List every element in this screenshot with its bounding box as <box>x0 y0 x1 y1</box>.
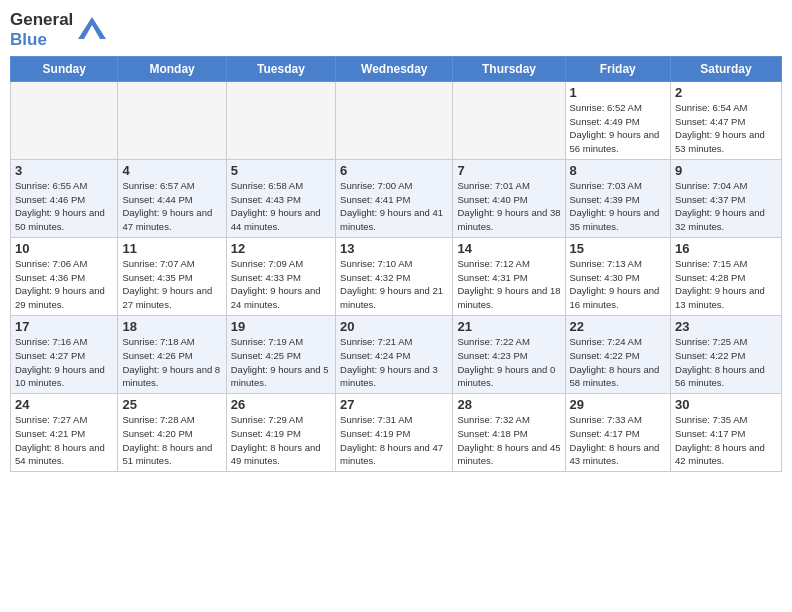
calendar-day: 5Sunrise: 6:58 AMSunset: 4:43 PMDaylight… <box>226 159 335 237</box>
calendar-day: 29Sunrise: 7:33 AMSunset: 4:17 PMDayligh… <box>565 394 671 472</box>
weekday-header: Tuesday <box>226 56 335 81</box>
day-info: Sunrise: 7:22 AMSunset: 4:23 PMDaylight:… <box>457 336 555 388</box>
day-number: 13 <box>340 241 448 256</box>
day-info: Sunrise: 7:06 AMSunset: 4:36 PMDaylight:… <box>15 258 105 310</box>
day-number: 19 <box>231 319 331 334</box>
weekday-header: Saturday <box>671 56 782 81</box>
day-info: Sunrise: 6:57 AMSunset: 4:44 PMDaylight:… <box>122 180 212 232</box>
day-info: Sunrise: 7:12 AMSunset: 4:31 PMDaylight:… <box>457 258 560 310</box>
day-number: 3 <box>15 163 113 178</box>
day-number: 4 <box>122 163 221 178</box>
weekday-header: Friday <box>565 56 671 81</box>
day-number: 14 <box>457 241 560 256</box>
logo-icon <box>78 17 106 43</box>
day-info: Sunrise: 6:52 AMSunset: 4:49 PMDaylight:… <box>570 102 660 154</box>
calendar-day: 14Sunrise: 7:12 AMSunset: 4:31 PMDayligh… <box>453 237 565 315</box>
day-info: Sunrise: 7:35 AMSunset: 4:17 PMDaylight:… <box>675 414 765 466</box>
calendar-day: 19Sunrise: 7:19 AMSunset: 4:25 PMDayligh… <box>226 315 335 393</box>
calendar-day: 22Sunrise: 7:24 AMSunset: 4:22 PMDayligh… <box>565 315 671 393</box>
day-info: Sunrise: 7:28 AMSunset: 4:20 PMDaylight:… <box>122 414 212 466</box>
weekday-header: Sunday <box>11 56 118 81</box>
day-number: 15 <box>570 241 667 256</box>
day-number: 9 <box>675 163 777 178</box>
day-info: Sunrise: 7:01 AMSunset: 4:40 PMDaylight:… <box>457 180 560 232</box>
calendar-day: 9Sunrise: 7:04 AMSunset: 4:37 PMDaylight… <box>671 159 782 237</box>
calendar-day: 12Sunrise: 7:09 AMSunset: 4:33 PMDayligh… <box>226 237 335 315</box>
day-number: 22 <box>570 319 667 334</box>
day-number: 21 <box>457 319 560 334</box>
empty-cell <box>118 81 226 159</box>
day-number: 2 <box>675 85 777 100</box>
calendar-day: 6Sunrise: 7:00 AMSunset: 4:41 PMDaylight… <box>336 159 453 237</box>
calendar-day: 21Sunrise: 7:22 AMSunset: 4:23 PMDayligh… <box>453 315 565 393</box>
day-info: Sunrise: 7:07 AMSunset: 4:35 PMDaylight:… <box>122 258 212 310</box>
day-number: 23 <box>675 319 777 334</box>
calendar-day: 20Sunrise: 7:21 AMSunset: 4:24 PMDayligh… <box>336 315 453 393</box>
calendar-day: 23Sunrise: 7:25 AMSunset: 4:22 PMDayligh… <box>671 315 782 393</box>
calendar-day: 7Sunrise: 7:01 AMSunset: 4:40 PMDaylight… <box>453 159 565 237</box>
calendar-day: 8Sunrise: 7:03 AMSunset: 4:39 PMDaylight… <box>565 159 671 237</box>
day-info: Sunrise: 6:55 AMSunset: 4:46 PMDaylight:… <box>15 180 105 232</box>
day-info: Sunrise: 7:21 AMSunset: 4:24 PMDaylight:… <box>340 336 438 388</box>
day-number: 20 <box>340 319 448 334</box>
day-number: 26 <box>231 397 331 412</box>
day-info: Sunrise: 7:04 AMSunset: 4:37 PMDaylight:… <box>675 180 765 232</box>
calendar-day: 15Sunrise: 7:13 AMSunset: 4:30 PMDayligh… <box>565 237 671 315</box>
calendar-day: 25Sunrise: 7:28 AMSunset: 4:20 PMDayligh… <box>118 394 226 472</box>
calendar-day: 16Sunrise: 7:15 AMSunset: 4:28 PMDayligh… <box>671 237 782 315</box>
calendar-day: 3Sunrise: 6:55 AMSunset: 4:46 PMDaylight… <box>11 159 118 237</box>
calendar-day: 27Sunrise: 7:31 AMSunset: 4:19 PMDayligh… <box>336 394 453 472</box>
empty-cell <box>226 81 335 159</box>
day-number: 18 <box>122 319 221 334</box>
day-info: Sunrise: 7:00 AMSunset: 4:41 PMDaylight:… <box>340 180 443 232</box>
calendar-day: 13Sunrise: 7:10 AMSunset: 4:32 PMDayligh… <box>336 237 453 315</box>
calendar-day: 28Sunrise: 7:32 AMSunset: 4:18 PMDayligh… <box>453 394 565 472</box>
day-info: Sunrise: 7:29 AMSunset: 4:19 PMDaylight:… <box>231 414 321 466</box>
day-number: 24 <box>15 397 113 412</box>
day-number: 7 <box>457 163 560 178</box>
day-number: 5 <box>231 163 331 178</box>
day-info: Sunrise: 6:54 AMSunset: 4:47 PMDaylight:… <box>675 102 765 154</box>
day-info: Sunrise: 7:25 AMSunset: 4:22 PMDaylight:… <box>675 336 765 388</box>
empty-cell <box>453 81 565 159</box>
day-info: Sunrise: 7:33 AMSunset: 4:17 PMDaylight:… <box>570 414 660 466</box>
day-info: Sunrise: 7:10 AMSunset: 4:32 PMDaylight:… <box>340 258 443 310</box>
calendar-day: 11Sunrise: 7:07 AMSunset: 4:35 PMDayligh… <box>118 237 226 315</box>
day-info: Sunrise: 7:24 AMSunset: 4:22 PMDaylight:… <box>570 336 660 388</box>
day-info: Sunrise: 7:15 AMSunset: 4:28 PMDaylight:… <box>675 258 765 310</box>
logo: General Blue <box>10 10 106 51</box>
day-info: Sunrise: 7:32 AMSunset: 4:18 PMDaylight:… <box>457 414 560 466</box>
day-number: 25 <box>122 397 221 412</box>
calendar: SundayMondayTuesdayWednesdayThursdayFrid… <box>10 56 782 472</box>
day-info: Sunrise: 7:27 AMSunset: 4:21 PMDaylight:… <box>15 414 105 466</box>
day-info: Sunrise: 7:13 AMSunset: 4:30 PMDaylight:… <box>570 258 660 310</box>
day-number: 12 <box>231 241 331 256</box>
calendar-day: 18Sunrise: 7:18 AMSunset: 4:26 PMDayligh… <box>118 315 226 393</box>
calendar-day: 2Sunrise: 6:54 AMSunset: 4:47 PMDaylight… <box>671 81 782 159</box>
weekday-header: Thursday <box>453 56 565 81</box>
day-info: Sunrise: 7:03 AMSunset: 4:39 PMDaylight:… <box>570 180 660 232</box>
day-number: 10 <box>15 241 113 256</box>
calendar-day: 26Sunrise: 7:29 AMSunset: 4:19 PMDayligh… <box>226 394 335 472</box>
day-number: 11 <box>122 241 221 256</box>
day-number: 28 <box>457 397 560 412</box>
logo-text: General Blue <box>10 10 73 51</box>
weekday-header: Wednesday <box>336 56 453 81</box>
day-number: 1 <box>570 85 667 100</box>
empty-cell <box>336 81 453 159</box>
day-info: Sunrise: 7:09 AMSunset: 4:33 PMDaylight:… <box>231 258 321 310</box>
day-info: Sunrise: 7:31 AMSunset: 4:19 PMDaylight:… <box>340 414 443 466</box>
day-number: 27 <box>340 397 448 412</box>
day-number: 6 <box>340 163 448 178</box>
calendar-day: 1Sunrise: 6:52 AMSunset: 4:49 PMDaylight… <box>565 81 671 159</box>
day-info: Sunrise: 7:18 AMSunset: 4:26 PMDaylight:… <box>122 336 220 388</box>
day-number: 16 <box>675 241 777 256</box>
day-info: Sunrise: 7:19 AMSunset: 4:25 PMDaylight:… <box>231 336 329 388</box>
empty-cell <box>11 81 118 159</box>
calendar-day: 30Sunrise: 7:35 AMSunset: 4:17 PMDayligh… <box>671 394 782 472</box>
day-info: Sunrise: 7:16 AMSunset: 4:27 PMDaylight:… <box>15 336 105 388</box>
weekday-header: Monday <box>118 56 226 81</box>
day-number: 29 <box>570 397 667 412</box>
calendar-day: 4Sunrise: 6:57 AMSunset: 4:44 PMDaylight… <box>118 159 226 237</box>
day-number: 8 <box>570 163 667 178</box>
